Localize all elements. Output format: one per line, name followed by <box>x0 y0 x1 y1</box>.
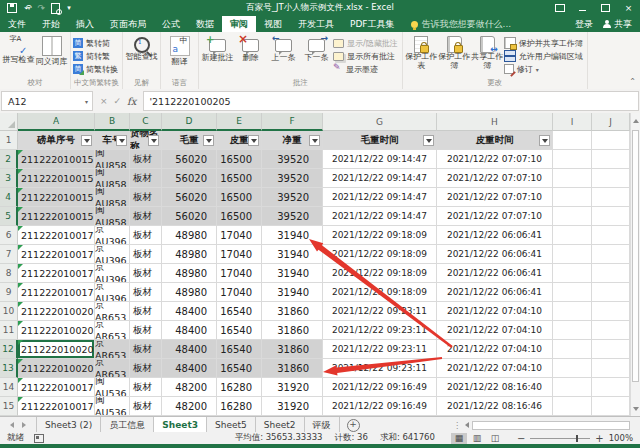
cell-H8[interactable]: 2021/12/22 06:06:41 <box>437 264 553 283</box>
cell-H11[interactable]: 2021/12/22 07:04:10 <box>437 321 553 340</box>
cell-C3[interactable]: 板材 <box>130 169 162 188</box>
page-break-view-icon[interactable]: ◫ <box>487 433 503 444</box>
empty-cell[interactable] <box>592 321 630 340</box>
column-header-D[interactable]: D <box>162 113 217 131</box>
row-header-8[interactable]: 8 <box>0 264 18 283</box>
cell-G10[interactable]: 2021/12/22 09:23:11 <box>323 302 437 321</box>
empty-cell[interactable] <box>553 264 592 283</box>
cell-F9[interactable]: 31940 <box>262 283 323 302</box>
sheet-tab-Sheet2[interactable]: Sheet2 <box>256 417 305 433</box>
customize-qat-icon[interactable]: ▾ <box>67 5 71 12</box>
cell-E9[interactable]: 17040 <box>217 283 262 302</box>
cell-E14[interactable]: 16280 <box>217 378 262 397</box>
cell-F15[interactable]: 31920 <box>262 397 323 416</box>
ribbon-button-新建批注[interactable]: 新建批注 <box>201 34 234 63</box>
scroll-up-icon[interactable] <box>631 113 640 129</box>
column-header-B[interactable]: B <box>95 113 130 131</box>
cell-F6[interactable]: 31940 <box>262 226 323 245</box>
horizontal-scrollbar[interactable]: ⋮ <box>453 417 640 433</box>
cell-B10[interactable]: 京AR653 <box>95 302 130 321</box>
zoom-slider[interactable] <box>530 438 590 439</box>
cell-A11[interactable]: 2112220100205 <box>18 321 95 340</box>
ribbon-button-共享工作簿[interactable]: 共享工作簿 <box>471 34 504 71</box>
print-preview-icon[interactable] <box>51 3 60 14</box>
sheet-tab-Sheet5[interactable]: Sheet5 <box>207 417 256 433</box>
cell-H14[interactable]: 2021/12/22 08:16:40 <box>437 378 553 397</box>
scroll-down-icon[interactable] <box>631 401 640 416</box>
cell-E11[interactable]: 16540 <box>217 321 262 340</box>
ribbon-button-下一条[interactable]: 下一条 <box>300 34 333 63</box>
column-header-G[interactable]: G <box>323 113 437 131</box>
vertical-scrollbar[interactable] <box>630 113 640 416</box>
column-header-I[interactable]: I <box>553 113 592 131</box>
cell-A12[interactable]: 2112220100205 <box>18 340 95 359</box>
filter-dropdown-icon[interactable] <box>203 135 214 146</box>
ribbon-button-删除[interactable]: 删除 <box>234 34 267 63</box>
empty-cell[interactable] <box>592 378 630 397</box>
cell-G12[interactable]: 2021/12/22 09:23:11 <box>323 340 437 359</box>
redo-icon[interactable]: ↷▾ <box>38 4 45 13</box>
macro-record-icon[interactable] <box>34 434 44 443</box>
ribbon-button-保护工作簿[interactable]: 保护工作簿 <box>438 34 471 71</box>
formula-input[interactable]: '2112220100205 <box>143 91 639 111</box>
cell-D8[interactable]: 48980 <box>162 264 217 283</box>
ribbon-button-简转繁[interactable]: 简转繁 <box>73 50 118 62</box>
empty-cell[interactable] <box>592 302 630 321</box>
cell-E10[interactable]: 16540 <box>217 302 262 321</box>
menu-tab-开始[interactable]: 开始 <box>34 16 68 32</box>
column-header-J[interactable]: J <box>592 113 630 131</box>
cell-E5[interactable]: 16500 <box>217 207 262 226</box>
empty-cell[interactable] <box>553 207 592 226</box>
name-box[interactable]: A12 ▾ <box>1 91 93 111</box>
row-header-15[interactable]: 15 <box>0 397 18 416</box>
cell-C13[interactable]: 板材 <box>130 359 162 378</box>
cell-C10[interactable]: 板材 <box>130 302 162 321</box>
cancel-icon[interactable]: × <box>100 96 108 106</box>
insert-function-icon[interactable]: fx <box>127 96 136 107</box>
cell-G7[interactable]: 2021/12/22 09:18:09 <box>323 245 437 264</box>
new-sheet-button[interactable]: + <box>340 417 367 433</box>
cell-E15[interactable]: 16280 <box>217 397 262 416</box>
page-layout-view-icon[interactable]: ▥ <box>469 433 485 444</box>
empty-cell[interactable] <box>592 226 630 245</box>
empty-cell[interactable] <box>553 378 592 397</box>
ribbon-button-修订[interactable]: 修订▾ <box>504 63 583 75</box>
row-header-4[interactable]: 4 <box>0 188 18 207</box>
cell-C6[interactable]: 板材 <box>130 226 162 245</box>
cell-D4[interactable]: 56020 <box>162 188 217 207</box>
cell-H6[interactable]: 2021/12/22 06:06:41 <box>437 226 553 245</box>
cell-E2[interactable]: 16500 <box>217 150 262 169</box>
tell-me-box[interactable]: 告诉我您想要做什么... <box>403 16 520 32</box>
cell-H5[interactable]: 2021/12/22 07:07:10 <box>437 207 553 226</box>
cell-E13[interactable]: 16540 <box>217 359 262 378</box>
empty-cell[interactable] <box>553 359 592 378</box>
cell-A7[interactable]: 2112220100178 <box>18 245 95 264</box>
ribbon-button-保护并共享工作簿[interactable]: 保护并共享工作簿 <box>504 37 583 49</box>
cell-H13[interactable]: 2021/12/22 07:04:10 <box>437 359 553 378</box>
ribbon-button-翻译[interactable]: 翻译 <box>163 34 196 67</box>
filter-dropdown-icon[interactable] <box>81 135 92 146</box>
cell-C12[interactable]: 板材 <box>130 340 162 359</box>
maximize-icon[interactable] <box>594 0 617 16</box>
empty-cell[interactable] <box>553 188 592 207</box>
ribbon-button-保护工作表[interactable]: 保护工作表 <box>405 34 438 71</box>
horizontal-scroll-thumb[interactable] <box>472 421 630 430</box>
share-button[interactable]: 共享 <box>603 18 632 31</box>
close-icon[interactable]: × <box>617 0 640 16</box>
cell-E4[interactable]: 16500 <box>217 188 262 207</box>
ribbon-button-繁转简[interactable]: 繁转简 <box>73 37 118 49</box>
cell-B7[interactable]: 京AU396 <box>95 245 130 264</box>
cell-F14[interactable]: 31920 <box>262 378 323 397</box>
ribbon-button-显示所有批注[interactable]: 显示所有批注 <box>333 50 398 62</box>
cell-H9[interactable]: 2021/12/22 06:06:41 <box>437 283 553 302</box>
cell-H15[interactable]: 2021/12/22 08:16:46 <box>437 397 553 416</box>
empty-cell[interactable] <box>553 397 592 416</box>
empty-cell[interactable] <box>553 226 592 245</box>
column-header-F[interactable]: F <box>262 113 323 131</box>
cell-G5[interactable]: 2021/12/22 09:14:47 <box>323 207 437 226</box>
cell-H2[interactable]: 2021/12/22 07:07:10 <box>437 150 553 169</box>
cell-C7[interactable]: 板材 <box>130 245 162 264</box>
row-header-7[interactable]: 7 <box>0 245 18 264</box>
empty-cell[interactable] <box>553 321 592 340</box>
cell-H3[interactable]: 2021/12/22 07:07:10 <box>437 169 553 188</box>
